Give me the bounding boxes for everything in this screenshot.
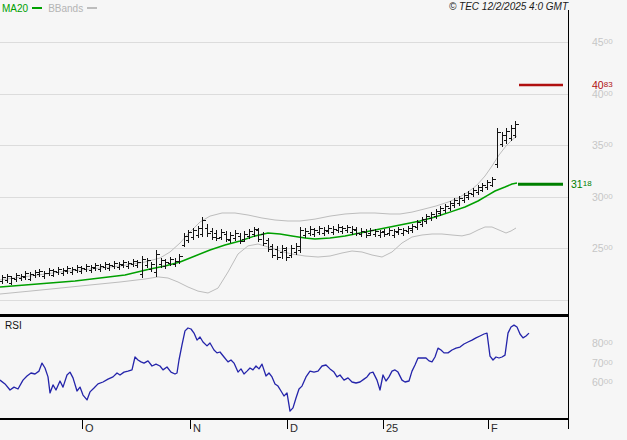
chart-canvas: 4500400035003000250040833118800070006000… [0,0,627,440]
stock-chart-app: 4500400035003000250040833118800070006000… [0,0,627,440]
bollinger-upper-line [0,136,517,280]
copyright-text: © TEC 12/2/2025 4:0 GMT [449,1,568,12]
rsi-pane-label: RSI [5,320,22,331]
rsi-axis-label: 8000 [592,337,613,349]
price-axis-label: 4500 [592,36,613,48]
legend-ma20-swatch [32,7,42,9]
x-axis-label: 25 [386,422,398,434]
legend: MA20 BBands [2,2,103,14]
support-level-label: 3118 [571,178,592,190]
price-axis-label: 3000 [592,191,613,203]
x-axis-label: N [193,422,201,434]
x-axis-label: F [491,422,498,434]
legend-bbands-swatch [87,7,97,9]
legend-bbands-label[interactable]: BBands [48,3,83,14]
x-axis-label: D [290,422,298,434]
rsi-line [0,325,529,411]
price-axis-label: 3500 [592,139,613,151]
rsi-axis-label: 7000 [592,357,613,369]
legend-ma20-label[interactable]: MA20 [2,3,28,14]
price-axis-label: 2500 [592,242,613,254]
x-axis-label: O [85,422,94,434]
rsi-axis-label: 6000 [592,376,613,388]
